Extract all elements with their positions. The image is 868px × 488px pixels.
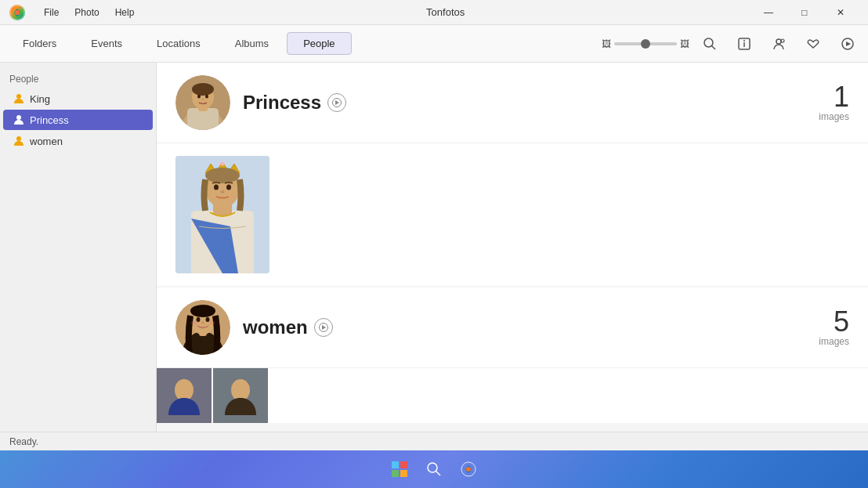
main-layout: People King Princess <box>0 63 868 432</box>
tab-locations[interactable]: Locations <box>140 32 217 55</box>
svg-marker-10 <box>846 42 851 46</box>
svg-point-43 <box>206 317 210 322</box>
tab-events[interactable]: Events <box>74 32 139 55</box>
svg-point-46 <box>208 321 215 325</box>
status-bar: Ready. <box>0 432 868 450</box>
content-area: Princess 1 images <box>157 63 868 432</box>
svg-line-58 <box>436 472 441 476</box>
count-label-women: images <box>819 336 849 347</box>
sidebar-item-princess[interactable]: Princess <box>3 110 153 130</box>
sidebar-label-king: King <box>30 93 50 105</box>
svg-marker-24 <box>335 100 339 105</box>
sidebar-label-princess: Princess <box>30 114 69 126</box>
svg-point-21 <box>205 95 208 99</box>
svg-point-31 <box>221 162 225 166</box>
svg-point-36 <box>221 190 225 193</box>
svg-point-34 <box>214 185 219 190</box>
tab-people[interactable]: People <box>287 32 351 55</box>
person-name-princess: Princess <box>243 92 321 114</box>
svg-point-1 <box>15 10 20 15</box>
menu-file[interactable]: File <box>38 5 65 20</box>
taskbar-icons <box>384 454 484 485</box>
taskbar-search[interactable] <box>418 454 450 485</box>
title-bar-left: File Photo Help <box>9 5 140 20</box>
minimize-button[interactable]: — <box>750 0 787 25</box>
svg-rect-55 <box>392 470 399 477</box>
app-title: Tonfotos <box>426 6 465 18</box>
svg-rect-53 <box>392 461 399 468</box>
app-icon <box>9 5 25 20</box>
toolbar: Folders Events Locations Albums People 🖼… <box>0 25 868 63</box>
menu-photo[interactable]: Photo <box>68 5 105 20</box>
person-icon-king <box>13 92 25 105</box>
window-controls: — □ ✕ <box>750 0 859 25</box>
taskbar <box>0 450 868 488</box>
svg-point-30 <box>215 165 218 168</box>
photo-thumb-queen[interactable] <box>175 156 269 273</box>
tab-albums[interactable]: Albums <box>219 32 285 55</box>
svg-rect-56 <box>400 470 407 477</box>
person-header-princess: Princess 1 images <box>157 63 868 143</box>
status-text: Ready. <box>9 436 38 447</box>
sidebar-item-king[interactable]: King <box>3 89 153 109</box>
svg-point-11 <box>16 94 21 99</box>
toolbar-right: 🖼 🖼 <box>602 30 862 58</box>
svg-marker-48 <box>322 325 326 330</box>
svg-point-2 <box>704 38 713 47</box>
sidebar-item-women[interactable]: women <box>3 131 153 151</box>
person-name-women: women <box>243 316 308 338</box>
person-header-women: women 5 images <box>157 287 868 368</box>
thumb-mini-1[interactable] <box>157 368 212 423</box>
svg-point-20 <box>197 95 201 99</box>
svg-point-35 <box>226 185 231 190</box>
taskbar-app[interactable] <box>453 454 484 485</box>
person-icon-princess <box>13 114 25 126</box>
svg-point-13 <box>16 136 21 141</box>
thumbnail-strip-women <box>157 368 868 423</box>
menu-help[interactable]: Help <box>109 5 141 20</box>
svg-point-7 <box>776 39 781 44</box>
svg-point-22 <box>202 99 204 100</box>
image-count-princess: 1 images <box>819 83 849 122</box>
person-nav-princess[interactable] <box>327 93 346 112</box>
svg-point-45 <box>191 321 197 325</box>
svg-point-57 <box>428 463 437 472</box>
people-button[interactable] <box>765 30 793 58</box>
zoom-slider[interactable] <box>614 42 677 45</box>
thumb-mini-2[interactable] <box>213 368 268 423</box>
svg-point-42 <box>197 317 201 322</box>
svg-point-52 <box>231 379 250 401</box>
sidebar-label-women: women <box>30 136 63 147</box>
zoom-in-icon: 🖼 <box>680 38 689 49</box>
info-button[interactable] <box>730 30 758 58</box>
svg-point-12 <box>16 115 21 120</box>
taskbar-start[interactable] <box>384 454 415 485</box>
count-number-princess: 1 <box>819 83 849 111</box>
svg-point-32 <box>227 165 230 168</box>
count-number-women: 5 <box>819 308 849 336</box>
avatar-princess <box>175 75 230 130</box>
favorites-button[interactable] <box>799 30 827 58</box>
svg-point-50 <box>175 379 193 401</box>
slideshow-button[interactable] <box>834 30 862 58</box>
svg-point-6 <box>743 40 745 42</box>
maximize-button[interactable]: □ <box>787 0 823 25</box>
person-nav-women[interactable] <box>314 318 333 337</box>
person-name-row-women: women <box>243 316 819 338</box>
avatar-women <box>175 300 230 355</box>
close-button[interactable]: ✕ <box>823 0 859 25</box>
sidebar: People King Princess <box>0 63 157 432</box>
search-button[interactable] <box>696 30 724 58</box>
tab-folders[interactable]: Folders <box>6 32 73 55</box>
svg-point-8 <box>781 39 784 42</box>
menu-bar: File Photo Help <box>38 5 140 20</box>
svg-point-19 <box>192 83 214 96</box>
svg-point-44 <box>201 322 204 324</box>
toolbar-tabs: Folders Events Locations Albums People <box>6 32 352 55</box>
person-section-women: women 5 images <box>157 287 868 423</box>
zoom-out-icon: 🖼 <box>602 38 611 49</box>
svg-point-33 <box>205 168 240 183</box>
svg-rect-54 <box>400 461 407 468</box>
zoom-control: 🖼 🖼 <box>602 38 689 49</box>
person-name-row-princess: Princess <box>243 92 819 114</box>
